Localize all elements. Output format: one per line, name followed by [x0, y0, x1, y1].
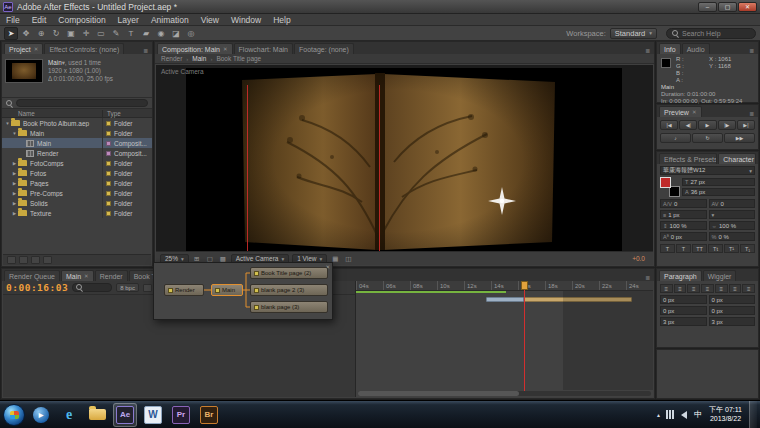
taskbar-internet-explorer[interactable]: e: [57, 403, 81, 427]
tab-effect-controls[interactable]: Effect Controls: (none): [44, 43, 124, 54]
horizontal-scale-field[interactable]: ⇔100 %: [709, 221, 756, 230]
justify-last-left-button[interactable]: ≡: [701, 284, 714, 293]
cti-handle[interactable]: [521, 281, 528, 290]
tab-wiggler[interactable]: Wiggler: [703, 270, 737, 281]
trash-icon[interactable]: [43, 256, 52, 264]
table-row[interactable]: ▶ FotoComps Folder: [2, 158, 152, 168]
close-icon[interactable]: ✕: [34, 46, 39, 52]
menu-window[interactable]: Window: [225, 14, 267, 26]
show-desktop-button[interactable]: [749, 401, 757, 428]
tsume-field[interactable]: %0 %: [709, 232, 756, 241]
loop-button[interactable]: ↻: [692, 133, 723, 143]
tracking-field[interactable]: AV0: [709, 199, 756, 208]
flowchart-node-main[interactable]: Main: [211, 284, 243, 296]
align-left-button[interactable]: ≡: [660, 284, 673, 293]
close-icon[interactable]: ✕: [692, 109, 697, 115]
menu-view[interactable]: View: [195, 14, 225, 26]
maximize-button[interactable]: ▢: [718, 2, 737, 12]
menu-composition[interactable]: Composition: [52, 14, 111, 26]
auto-leading-field[interactable]: 3 px: [709, 317, 756, 326]
tab-character[interactable]: Character: [718, 153, 756, 164]
taskbar-windows-explorer[interactable]: [85, 403, 109, 427]
twirl-icon[interactable]: ▶: [11, 161, 18, 166]
table-row[interactable]: ▶ Pages Folder: [2, 178, 152, 188]
faux-italic-button[interactable]: T: [676, 244, 691, 253]
breadcrumb-book-title-page[interactable]: Book Title page: [216, 55, 261, 62]
network-icon[interactable]: [666, 410, 676, 419]
font-family-dropdown[interactable]: 華康海報體W12 ▾: [660, 166, 755, 175]
next-frame-button[interactable]: |▶: [718, 120, 736, 130]
twirl-icon[interactable]: ▶: [11, 211, 18, 216]
breadcrumb-render[interactable]: Render: [161, 55, 182, 62]
hand-tool-icon[interactable]: ✥: [19, 27, 33, 40]
project-search-input[interactable]: [16, 99, 148, 107]
prev-frame-button[interactable]: ◀|: [679, 120, 697, 130]
tab-render-queue[interactable]: Render Queue: [4, 270, 60, 281]
twirl-icon[interactable]: ▶: [11, 201, 18, 206]
type-tool-icon[interactable]: T: [124, 27, 138, 40]
tab-info[interactable]: Info: [659, 43, 681, 54]
space-before-field[interactable]: 0 px: [709, 306, 756, 315]
indent-right-field[interactable]: 0 px: [709, 295, 756, 304]
current-time-display[interactable]: 0:00:16:03: [6, 282, 68, 293]
composition-viewport[interactable]: Active Camera: [156, 65, 653, 251]
flowchart-node-render[interactable]: Render: [164, 284, 204, 296]
eraser-tool-icon[interactable]: ◪: [169, 27, 183, 40]
align-center-button[interactable]: ≡: [674, 284, 687, 293]
panel-menu-icon[interactable]: ≣: [747, 47, 756, 54]
label-swatch[interactable]: [106, 121, 111, 126]
ram-preview-button[interactable]: ▶▶: [724, 133, 755, 143]
label-swatch[interactable]: [106, 201, 111, 206]
table-row[interactable]: Render Composit...: [2, 148, 152, 158]
twirl-icon[interactable]: ▶: [11, 181, 18, 186]
vertical-scale-field[interactable]: ⇕100 %: [660, 221, 707, 230]
all-caps-button[interactable]: TT: [692, 244, 707, 253]
twirl-icon[interactable]: ▼: [11, 131, 18, 136]
clone-stamp-tool-icon[interactable]: ◉: [154, 27, 168, 40]
superscript-button[interactable]: T¹: [724, 244, 739, 253]
panel-menu-icon[interactable]: ≣: [643, 47, 652, 54]
search-help-input[interactable]: Search Help: [666, 28, 756, 39]
exposure-value[interactable]: +0.0: [632, 255, 645, 262]
guide-line[interactable]: [247, 85, 248, 251]
space-after-field[interactable]: 3 px: [660, 317, 707, 326]
flowchart-node-book-title-page[interactable]: Book Title page (2): [250, 267, 328, 279]
taskbar-after-effects[interactable]: Ae: [113, 403, 137, 427]
timeline-track-area[interactable]: 04s 06s 08s 10s 12s 14s 16s 18s 20s 22s …: [356, 281, 653, 397]
taskbar-word[interactable]: W: [141, 403, 165, 427]
table-row-selected[interactable]: Main Composit...: [2, 138, 152, 148]
brush-tool-icon[interactable]: ▰: [139, 27, 153, 40]
align-right-button[interactable]: ≡: [687, 284, 700, 293]
play-button[interactable]: ▶: [698, 120, 716, 130]
camera-tool-icon[interactable]: ▣: [64, 27, 78, 40]
close-icon[interactable]: ✕: [223, 46, 228, 52]
breadcrumb-main[interactable]: Main: [192, 55, 206, 62]
justify-last-right-button[interactable]: ≡: [729, 284, 742, 293]
tab-timeline-main[interactable]: Main ✕: [61, 270, 94, 281]
bit-depth-indicator[interactable]: 8 bpc: [116, 283, 139, 292]
table-row[interactable]: ▶ Pre-Comps Folder: [2, 188, 152, 198]
taskbar-clock[interactable]: 下午 07:11 2013/8/22: [709, 406, 744, 423]
tab-preview[interactable]: Preview ✕: [659, 106, 702, 117]
flowchart-node-blank-page-2[interactable]: blank page 2 (3): [250, 284, 328, 296]
layer-duration-bar[interactable]: [486, 297, 524, 302]
last-frame-button[interactable]: ▶|: [737, 120, 755, 130]
twirl-icon[interactable]: ▶: [11, 191, 18, 196]
table-row[interactable]: ▶ Fotos Folder: [2, 168, 152, 178]
guide-line[interactable]: [379, 85, 380, 251]
menu-layer[interactable]: Layer: [112, 14, 145, 26]
time-ruler[interactable]: 04s 06s 08s 10s 12s 14s 16s 18s 20s 22s …: [356, 281, 653, 291]
font-size-field[interactable]: T27 px: [682, 178, 755, 186]
first-frame-button[interactable]: |◀: [660, 120, 678, 130]
menu-help[interactable]: Help: [267, 14, 296, 26]
label-swatch[interactable]: [106, 151, 111, 156]
pan-behind-tool-icon[interactable]: ✛: [79, 27, 93, 40]
current-time-indicator[interactable]: [524, 281, 525, 391]
twirl-icon[interactable]: ▼: [4, 121, 11, 126]
panel-menu-icon[interactable]: ≣: [643, 274, 652, 281]
close-icon[interactable]: ✕: [84, 273, 89, 279]
column-name[interactable]: Name: [2, 110, 102, 117]
label-swatch[interactable]: [106, 191, 111, 196]
twirl-icon[interactable]: ▶: [11, 171, 18, 176]
interpret-footage-icon[interactable]: [7, 256, 16, 264]
